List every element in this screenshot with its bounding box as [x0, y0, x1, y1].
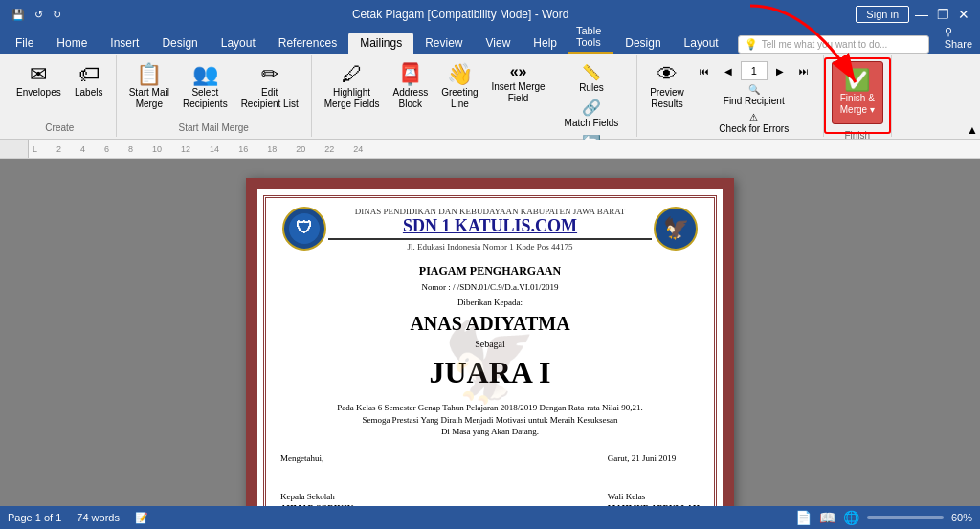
tell-me-input[interactable]: 💡 Tell me what you want to do... [738, 35, 929, 54]
check-errors-icon: ⚠ [749, 112, 758, 122]
envelopes-button[interactable]: ✉ Envelopes [11, 61, 66, 101]
certificate-content: 🛡 DINAS PENDIDIKAN DAN KEBUDAYAAN KABUPA… [280, 205, 700, 506]
check-errors-button[interactable]: ⚠ Check for Errors [693, 110, 815, 136]
last-record-button[interactable]: ⏭ [792, 64, 815, 78]
proofing-icon: 📝 [135, 512, 148, 524]
finish-merge-icon: ✅ [844, 70, 870, 91]
maximize-button[interactable]: ❐ [934, 6, 951, 23]
highlight-icon: 🖊 [342, 64, 363, 85]
quick-access-toolbar: 💾 ↺ ↻ [8, 7, 65, 23]
ribbon-tabs: File Home Insert Design Layout Reference… [0, 29, 980, 54]
first-record-button[interactable]: ⏮ [693, 64, 716, 78]
undo-button[interactable]: ↺ [31, 7, 47, 23]
ribbon: ✉ Envelopes 🏷 Labels Create 📋 Start Mail… [0, 54, 980, 140]
prev-record-button[interactable]: ◀ [718, 64, 739, 78]
signin-button[interactable]: Sign in [856, 6, 909, 23]
cert-dept: DINAS PENDIDIKAN DAN KEBUDAYAAN KABUPATE… [328, 207, 652, 216]
window-controls: Sign in — ❐ ✕ [856, 6, 972, 23]
match-fields-icon: 🔗 [582, 99, 601, 117]
close-button[interactable]: ✕ [955, 6, 972, 23]
edit-recipient-list-button[interactable]: ✏ EditRecipient List [236, 61, 303, 113]
ribbon-group-finish: ✅ Finish &Merge ▾ Finish [824, 55, 892, 137]
cert-sig-left: Mengetahui, Kepala Sekolah AHMAD SODIKIN… [280, 453, 353, 506]
cert-sig-right-date: Garut, 21 Juni 2019 [608, 453, 700, 463]
ribbon-collapse-button[interactable]: ▲ [967, 123, 978, 137]
tab-references[interactable]: References [267, 33, 348, 54]
tab-layout[interactable]: Layout [210, 33, 267, 54]
find-recipient-button[interactable]: 🔍 Find Recipient [693, 82, 815, 108]
cert-signatures: Mengetahui, Kepala Sekolah AHMAD SODIKIN… [280, 453, 700, 506]
ruler-content: L 24681012141618202224 [29, 144, 980, 154]
tab-review[interactable]: Review [413, 33, 474, 54]
select-recipients-button[interactable]: 👥 SelectRecipients [178, 61, 233, 113]
match-fields-button[interactable]: 🔗 Match Fields [554, 97, 630, 130]
ribbon-group-preview: 👁 PreviewResults ⏮ ◀ ▶ [637, 55, 824, 137]
tab-home[interactable]: Home [45, 33, 99, 54]
ribbon-group-write-insert: 🖊 HighlightMerge Fields 📮 AddressBlock 👋… [312, 55, 638, 137]
tab-design[interactable]: Design [150, 33, 209, 54]
next-record-button[interactable]: ▶ [769, 64, 791, 78]
document-area: ✛ 🛡 DINAS PENDIDIKAN DAN KEBUDAYAAN KABU… [0, 159, 980, 506]
cert-school-name: SDN 1 KATULIS.COM [328, 216, 652, 236]
tab-file[interactable]: File [4, 33, 45, 54]
cert-description: Pada Kelas 6 Semester Genap Tahun Pelaja… [337, 402, 642, 438]
preview-results-button[interactable]: 👁 PreviewResults [645, 61, 689, 113]
cert-title: PIAGAM PENGHARGAAN [419, 264, 561, 278]
cert-as: Sebagai [475, 339, 505, 349]
merge-field-icon: «» [510, 64, 527, 79]
preview-icon: 👁 [657, 64, 678, 85]
label-icon: 🏷 [78, 64, 100, 85]
left-logo: 🛡 [280, 205, 328, 253]
title-bar-left: 💾 ↺ ↻ [8, 7, 65, 23]
labels-button[interactable]: 🏷 Labels [70, 61, 108, 101]
zoom-slider[interactable] [867, 516, 944, 519]
cert-address: Jl. Edukasi Indonesia Nomor 1 Kode Pos 4… [328, 238, 652, 252]
save-button[interactable]: 💾 [8, 7, 29, 23]
ruler-corner [0, 140, 29, 159]
address-block-icon: 📮 [397, 64, 423, 85]
envelope-icon: ✉ [30, 64, 47, 85]
web-layout-button[interactable]: 🌐 [843, 510, 859, 525]
share-button[interactable]: ⚲ Share [937, 22, 980, 54]
cert-header-text: DINAS PENDIDIKAN DAN KEBUDAYAAN KABUPATE… [328, 207, 652, 252]
read-mode-button[interactable]: 📖 [819, 510, 835, 525]
start-mail-merge-button[interactable]: 📋 Start MailMerge [124, 61, 174, 113]
cert-sig-left-intro: Mengetahui, [280, 453, 353, 463]
tab-view[interactable]: View [475, 33, 523, 54]
title-bar: 💾 ↺ ↻ Cetak Piagam [Compatibility Mode] … [0, 0, 980, 29]
next-icon: ▶ [776, 66, 784, 77]
recipients-icon: 👥 [192, 64, 218, 85]
greeting-line-button[interactable]: 👋 GreetingLine [436, 61, 482, 113]
cert-logos-row: 🛡 DINAS PENDIDIKAN DAN KEBUDAYAAN KABUPA… [280, 205, 700, 253]
right-logo: 🦅 [652, 205, 700, 253]
cert-sig-right-name: MAHMUD ABDULLAH [608, 503, 700, 506]
highlight-merge-fields-button[interactable]: 🖊 HighlightMerge Fields [320, 61, 385, 113]
tab-insert[interactable]: Insert [99, 33, 150, 54]
tab-mailings[interactable]: Mailings [348, 33, 413, 54]
last-icon: ⏭ [799, 66, 809, 77]
cert-rank: JUARA I [429, 355, 550, 390]
cert-given-to: Diberikan Kepada: [457, 298, 523, 307]
rules-button[interactable]: 📏 Rules [554, 61, 630, 95]
address-block-button[interactable]: 📮 AddressBlock [388, 61, 433, 113]
cert-sig-right-role: Wali Kelas [608, 492, 700, 501]
status-left: Page 1 of 1 74 words 📝 [8, 512, 148, 524]
cert-sig-right: Garut, 21 Juni 2019 Wali Kelas MAHMUD AB… [608, 453, 700, 506]
word-count: 74 words [77, 512, 120, 523]
first-icon: ⏮ [700, 66, 709, 77]
tab-layout-tt[interactable]: Layout [673, 33, 730, 54]
cert-recipient-name: ANAS ADIYATMA [410, 313, 569, 335]
tab-help[interactable]: Help [522, 33, 568, 54]
ribbon-group-start-mail-merge: 📋 Start MailMerge 👥 SelectRecipients ✏ E… [117, 55, 312, 137]
finish-merge-button[interactable]: ✅ Finish &Merge ▾ [832, 61, 883, 124]
ribbon-group-create: ✉ Envelopes 🏷 Labels Create [4, 55, 117, 137]
tab-design-tt[interactable]: Design [613, 33, 672, 54]
minimize-button[interactable]: — [913, 6, 930, 23]
page-indicator: Page 1 of 1 [8, 512, 61, 523]
print-layout-button[interactable]: 📄 [795, 510, 812, 525]
find-recipient-icon: 🔍 [748, 84, 760, 95]
redo-button[interactable]: ↻ [49, 7, 65, 23]
status-right: 📄 📖 🌐 60% [795, 510, 972, 525]
insert-merge-field-button[interactable]: «» Insert MergeField [487, 61, 550, 107]
record-number-input[interactable] [741, 61, 768, 80]
